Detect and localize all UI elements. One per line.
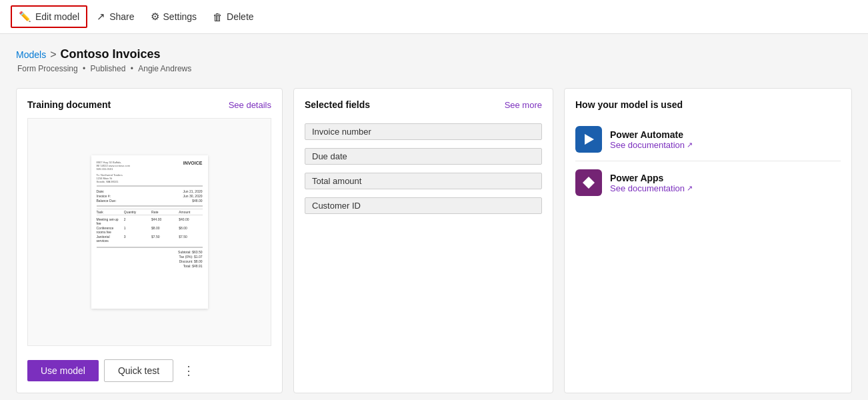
settings-icon: ⚙ (151, 11, 159, 23)
see-details-link[interactable]: See details (229, 100, 271, 110)
use-model-button[interactable]: Use model (27, 360, 99, 381)
fields-card-header: Selected fields See more (305, 99, 542, 110)
breadcrumb-parent[interactable]: Models (16, 49, 46, 60)
main-content: Training document See details 8907 Hwy 5… (0, 77, 868, 400)
usage-items: Power Automate See documentation ↗ Power… (575, 118, 841, 204)
fields-list: Invoice number Due date Total amount Cus… (305, 121, 542, 217)
power-apps-title: Power Apps (610, 173, 693, 183)
svg-marker-2 (583, 177, 595, 189)
breadcrumb-current: Contoso Invoices (60, 47, 160, 61)
share-icon: ↗ (97, 11, 105, 23)
external-link-icon-2: ↗ (687, 184, 693, 193)
invoice-document: 8907 Hwy 50 Buffalo,WI 54622 www.contoso… (91, 155, 208, 309)
share-button[interactable]: ↗ Share (90, 7, 141, 27)
breadcrumb-area: Models > Contoso Invoices Form Processin… (0, 34, 868, 77)
field-invoice-number: Invoice number (305, 123, 542, 140)
field-total-amount: Total amount (305, 173, 542, 189)
power-apps-icon (575, 169, 602, 196)
power-apps-doc-link[interactable]: See documentation ↗ (610, 183, 693, 193)
external-link-icon: ↗ (687, 141, 693, 149)
usage-powerapps-text: Power Apps See documentation ↗ (610, 173, 693, 193)
breadcrumb-bullet2: • (131, 64, 133, 73)
toolbar: ✏️ Edit model ↗ Share ⚙ Settings 🗑 Delet… (0, 0, 868, 34)
quick-test-button[interactable]: Quick test (104, 359, 173, 382)
breadcrumb-separator: > (50, 49, 56, 61)
breadcrumb-bullet1: • (83, 64, 85, 73)
fields-card-title: Selected fields (305, 99, 370, 110)
selected-fields-card: Selected fields See more Invoice number … (293, 88, 553, 393)
training-card-title: Training document (27, 99, 111, 110)
edit-model-button[interactable]: ✏️ Edit model (11, 5, 87, 28)
usage-card-title: How your model is used (575, 99, 683, 110)
edit-icon: ✏️ (19, 11, 31, 23)
model-usage-card: How your model is used Power Automate Se… (564, 88, 852, 393)
power-automate-title: Power Automate (610, 129, 693, 140)
settings-button[interactable]: ⚙ Settings (144, 7, 204, 27)
usage-automate-text: Power Automate See documentation ↗ (610, 129, 693, 150)
settings-label: Settings (163, 11, 197, 22)
breadcrumb-author: Angie Andrews (138, 64, 191, 73)
usage-card-header: How your model is used (575, 99, 841, 110)
training-card-header: Training document See details (27, 99, 271, 110)
power-automate-icon (575, 126, 602, 153)
delete-label: Delete (227, 11, 253, 22)
usage-item-powerapps: Power Apps See documentation ↗ (575, 161, 841, 204)
more-options-button[interactable]: ⋮ (179, 361, 199, 381)
breadcrumb-sub: Form Processing • Published • Angie Andr… (16, 64, 852, 73)
svg-marker-1 (585, 134, 589, 145)
delete-button[interactable]: 🗑 Delete (206, 7, 260, 27)
field-customer-id: Customer ID (305, 197, 542, 214)
invoice-preview-area: 8907 Hwy 50 Buffalo,WI 54622 www.contoso… (27, 118, 271, 346)
field-due-date: Due date (305, 148, 542, 165)
breadcrumb-status: Published (91, 64, 126, 73)
usage-item-automate: Power Automate See documentation ↗ (575, 118, 841, 161)
delete-icon: 🗑 (213, 11, 223, 23)
edit-model-label: Edit model (35, 11, 79, 22)
training-document-card: Training document See details 8907 Hwy 5… (16, 88, 283, 393)
breadcrumb: Models > Contoso Invoices (16, 47, 852, 61)
card-actions: Use model Quick test ⋮ (27, 359, 271, 382)
see-more-link[interactable]: See more (505, 100, 542, 110)
power-automate-doc-link[interactable]: See documentation ↗ (610, 140, 693, 150)
share-label: Share (109, 11, 134, 22)
breadcrumb-type: Form Processing (17, 64, 78, 73)
